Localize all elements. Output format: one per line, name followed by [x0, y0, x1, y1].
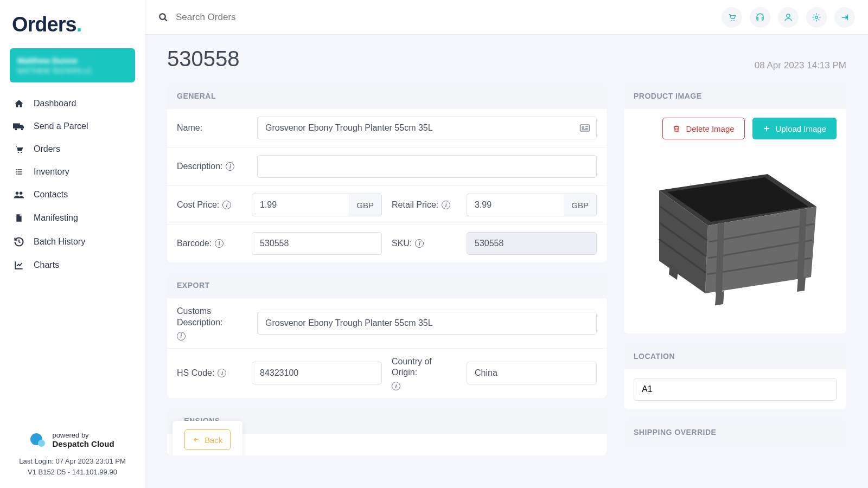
button-label: Delete Image	[686, 124, 734, 133]
back-float: Back	[173, 421, 242, 455]
cart-icon	[13, 144, 25, 154]
info-icon[interactable]: i	[215, 239, 224, 248]
user-name: Matthew Dunne	[17, 56, 127, 65]
barcode-input[interactable]	[252, 232, 382, 255]
sidebar: Orders. Matthew Dunne MATTHEW TESTERS LC…	[0, 0, 145, 488]
button-label: Upload Image	[776, 124, 826, 133]
home-icon	[13, 99, 25, 108]
info-icon[interactable]: i	[442, 201, 450, 209]
user-card[interactable]: Matthew Dunne MATTHEW TESTERS LC	[10, 48, 135, 82]
svg-point-0	[16, 192, 18, 195]
sidebar-item-label: Inventory	[34, 167, 69, 177]
svg-point-6	[582, 127, 584, 129]
history-icon	[13, 236, 25, 247]
sidebar-item-inventory[interactable]: Inventory	[7, 160, 138, 183]
topbar-settings-button[interactable]	[806, 7, 827, 28]
sidebar-item-contacts[interactable]: Contacts	[7, 183, 138, 206]
powered-by: powered by Despatch Cloud	[11, 432, 134, 448]
description-label: Description:i	[177, 162, 247, 171]
card-picker-icon[interactable]	[579, 124, 590, 132]
app-logo: Orders.	[7, 10, 138, 46]
retail-price-input[interactable]	[467, 194, 564, 216]
customs-description-input[interactable]	[257, 312, 597, 335]
search-input[interactable]	[176, 12, 349, 23]
despatch-logo-icon	[30, 433, 47, 447]
cost-price-input[interactable]	[252, 194, 349, 216]
svg-point-1	[20, 192, 22, 195]
location-card: LOCATION	[624, 343, 846, 409]
sidebar-item-charts[interactable]: Charts	[7, 254, 138, 277]
sidebar-item-batch-history[interactable]: Batch History	[7, 230, 138, 254]
upload-image-button[interactable]: Upload Image	[752, 118, 837, 139]
logo-text: Orders	[12, 13, 76, 36]
chart-icon	[13, 260, 25, 270]
sidebar-item-send-parcel[interactable]: Send a Parcel	[7, 115, 138, 138]
last-login: Last Login: 07 Apr 2023 23:01 PM	[11, 456, 134, 467]
page-timestamp: 08 Apr 2023 14:13 PM	[755, 60, 846, 71]
powered-label: powered by	[52, 432, 114, 439]
truck-icon	[13, 122, 25, 131]
info-icon[interactable]: i	[222, 201, 231, 209]
coo-label: Country of Origin:i	[392, 356, 457, 391]
info-icon[interactable]: i	[415, 239, 424, 248]
export-card: EXPORT Customs Description:i HS Code:i	[167, 272, 607, 398]
list-icon	[13, 168, 25, 176]
svg-point-3	[787, 14, 790, 17]
product-image-card: PRODUCT IMAGE Delete Image Upload Image	[624, 83, 846, 333]
product-image	[634, 147, 837, 325]
currency-suffix: GBP	[349, 194, 382, 216]
sidebar-footer: powered by Despatch Cloud Last Login: 07…	[7, 432, 138, 481]
sidebar-item-label: Charts	[34, 260, 59, 270]
card-title: SHIPPING OVERRIDE	[624, 419, 846, 445]
retail-price-label: Retail Price:i	[392, 200, 457, 210]
powered-name: Despatch Cloud	[52, 440, 114, 449]
card-title: PRODUCT IMAGE	[624, 83, 846, 109]
sidebar-item-label: Manifesting	[34, 213, 78, 223]
sidebar-item-label: Dashboard	[34, 99, 76, 108]
delete-image-button[interactable]: Delete Image	[662, 118, 744, 139]
page-title: 530558	[167, 47, 239, 71]
shipping-override-card: SHIPPING OVERRIDE	[624, 419, 846, 445]
topbar-logout-button[interactable]	[834, 7, 855, 28]
version-info: V1 B152 D5 - 141.101.99.90	[11, 467, 134, 478]
svg-marker-21	[797, 277, 806, 292]
card-title: EXPORT	[167, 272, 607, 298]
back-label: Back	[205, 435, 222, 445]
file-icon	[13, 213, 25, 223]
general-card: GENERAL Name: Description:i	[167, 83, 607, 262]
hs-code-label: HS Code:i	[177, 368, 242, 378]
sku-input	[467, 232, 597, 255]
info-icon[interactable]: i	[218, 369, 226, 377]
currency-suffix: GBP	[564, 194, 597, 216]
hs-code-input[interactable]	[252, 362, 382, 384]
sidebar-item-label: Batch History	[34, 237, 85, 247]
customs-label: Customs Description:i	[177, 306, 247, 341]
barcode-label: Barcode:i	[177, 239, 242, 248]
location-input[interactable]	[634, 378, 837, 401]
sidebar-nav: Dashboard Send a Parcel Orders Inventory…	[7, 92, 138, 277]
description-input[interactable]	[257, 155, 597, 178]
sku-label: SKU:i	[392, 239, 457, 248]
sidebar-item-label: Orders	[34, 144, 60, 154]
topbar-cart-button[interactable]	[722, 7, 742, 28]
sidebar-item-dashboard[interactable]: Dashboard	[7, 92, 138, 115]
users-icon	[13, 190, 25, 199]
card-title: LOCATION	[624, 343, 846, 369]
info-icon[interactable]: i	[177, 332, 186, 341]
user-company: MATTHEW TESTERS LC	[17, 67, 127, 75]
topbar-profile-button[interactable]	[778, 7, 799, 28]
topbar-support-button[interactable]	[750, 7, 770, 28]
name-input[interactable]	[257, 117, 597, 139]
sidebar-item-label: Contacts	[34, 190, 68, 200]
country-origin-input[interactable]	[467, 362, 597, 384]
card-title: GENERAL	[167, 83, 607, 109]
info-icon[interactable]: i	[392, 382, 400, 390]
sidebar-item-manifesting[interactable]: Manifesting	[7, 206, 138, 230]
cost-price-label: Cost Price:i	[177, 200, 242, 210]
sidebar-item-orders[interactable]: Orders	[7, 138, 138, 160]
back-button[interactable]: Back	[184, 429, 231, 450]
svg-point-4	[815, 16, 818, 18]
info-icon[interactable]: i	[226, 162, 234, 171]
sidebar-item-label: Send a Parcel	[34, 121, 88, 131]
logo-dot: .	[76, 13, 82, 36]
